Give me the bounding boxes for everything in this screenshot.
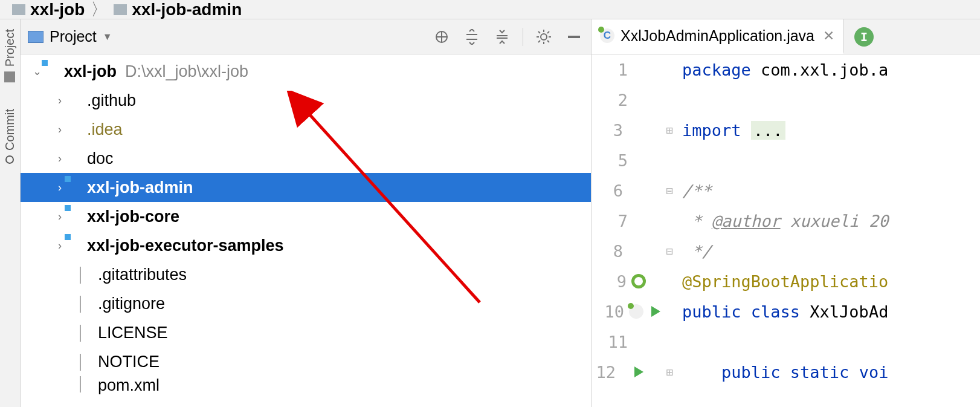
- tree-item[interactable]: .gitignore: [21, 289, 591, 318]
- tree-item-label: xxl-job: [64, 62, 117, 81]
- svg-line-12: [538, 31, 540, 33]
- tree-item-label: doc: [87, 149, 114, 168]
- chevron-right-icon[interactable]: ›: [51, 210, 69, 223]
- line-number: 6: [599, 181, 623, 200]
- tree-item-label: xxl-job-executor-samples: [87, 236, 284, 255]
- tree-item-selected[interactable]: › xxl-job-admin: [21, 173, 591, 202]
- tree-item[interactable]: › .idea: [21, 115, 591, 144]
- code-editor[interactable]: 1 2 3 5 6 7 8 9 10 11 12 package com.xxl…: [592, 54, 980, 407]
- tree-item-label: .gitignore: [98, 295, 165, 313]
- editor-tab-title: XxlJobAdminApplication.java: [621, 27, 814, 45]
- chevron-right-icon[interactable]: ›: [51, 123, 69, 136]
- commit-tool-tab[interactable]: Commit: [3, 102, 17, 171]
- file-icon: [80, 354, 81, 371]
- chevron-right-icon[interactable]: ›: [51, 152, 69, 165]
- line-number: 7: [604, 212, 628, 230]
- chevron-right-icon[interactable]: ›: [51, 239, 69, 252]
- line-number: 1: [604, 60, 628, 79]
- tab-label: Commit: [3, 109, 17, 151]
- class-gutter-icon[interactable]: [629, 304, 643, 319]
- hide-panel-icon[interactable]: [564, 27, 584, 47]
- code-content[interactable]: package com.xxl.job.a import ... /** * @…: [682, 54, 980, 407]
- tree-item[interactable]: .gitattributes: [21, 260, 591, 289]
- file-icon: [80, 267, 81, 284]
- svg-line-15: [538, 41, 540, 42]
- line-number: 8: [599, 242, 623, 261]
- line-number: 9: [602, 272, 627, 291]
- run-gutter-icon[interactable]: [631, 365, 645, 379]
- breadcrumb-item[interactable]: xxl-job: [30, 0, 85, 19]
- gitignore-file-icon: [80, 296, 81, 313]
- code-annotation: @SpringBootApplicatio: [682, 272, 888, 291]
- breadcrumb-separator: 〉: [91, 0, 108, 19]
- chevron-down-icon[interactable]: ⌄: [28, 65, 46, 78]
- java-spring-file-icon: C: [600, 28, 614, 43]
- tree-item[interactable]: LICENSE: [21, 318, 591, 347]
- chevron-right-icon[interactable]: ›: [51, 181, 69, 194]
- tree-item[interactable]: pom.xml: [21, 376, 591, 394]
- breadcrumb-bar: xxl-job 〉 xxl-job-admin: [0, 0, 980, 19]
- folder-icon: [5, 71, 16, 82]
- fold-expand-icon[interactable]: [665, 365, 675, 379]
- chevron-right-icon[interactable]: ›: [51, 94, 69, 107]
- fold-collapse-icon[interactable]: [664, 184, 675, 197]
- tree-item[interactable]: › .github: [21, 86, 591, 115]
- tree-item-label: xxl-job-core: [87, 207, 179, 226]
- close-tab-icon[interactable]: ✕: [823, 28, 834, 44]
- settings-gear-icon[interactable]: [534, 27, 553, 47]
- maven-file-icon: [80, 376, 81, 392]
- commit-icon: [6, 155, 15, 164]
- editor-area: C XxlJobAdminApplication.java ✕ I 1 2 3 …: [592, 19, 980, 407]
- run-gutter-icon[interactable]: [648, 304, 663, 319]
- project-tool-tab[interactable]: Project: [3, 22, 17, 90]
- tree-item[interactable]: › doc: [21, 144, 591, 173]
- tree-item-label: NOTICE: [98, 353, 160, 371]
- tool-window-strip: Project Commit: [0, 19, 21, 407]
- line-number: 12: [592, 363, 616, 382]
- svg-line-13: [547, 41, 549, 42]
- run-status-badge[interactable]: I: [854, 27, 874, 47]
- project-panel: Project ▼: [21, 19, 592, 407]
- tree-item[interactable]: NOTICE: [21, 347, 591, 376]
- breadcrumb-item[interactable]: xxl-job-admin: [132, 0, 242, 19]
- tree-item-label: pom.xml: [98, 376, 160, 394]
- tree-item[interactable]: › xxl-job-core: [21, 202, 591, 231]
- expand-all-icon[interactable]: [462, 27, 482, 47]
- tree-item[interactable]: › xxl-job-executor-samples: [21, 231, 591, 260]
- code-keyword: import: [682, 121, 751, 140]
- file-icon: [80, 325, 81, 342]
- tree-item-label: LICENSE: [98, 324, 168, 342]
- collapse-all-icon[interactable]: [492, 27, 512, 47]
- editor-gutter: 1 2 3 5 6 7 8 9 10 11 12: [592, 54, 682, 407]
- module-icon: [12, 4, 25, 15]
- editor-tab-bar: C XxlJobAdminApplication.java ✕ I: [592, 19, 980, 54]
- tree-item-label: .gitattributes: [98, 265, 187, 284]
- tree-item-root[interactable]: ⌄ xxl-job D:\xxl_job\xxl-job: [21, 57, 591, 86]
- svg-line-14: [547, 31, 549, 33]
- project-tree[interactable]: ⌄ xxl-job D:\xxl_job\xxl-job › .github ›…: [21, 54, 591, 407]
- line-number: 10: [600, 302, 624, 321]
- tree-item-label: .idea: [87, 120, 123, 139]
- module-icon: [114, 4, 127, 15]
- fold-collapse-icon[interactable]: [664, 244, 675, 258]
- line-number: 11: [604, 333, 628, 351]
- editor-tab[interactable]: C XxlJobAdminApplication.java ✕: [592, 19, 843, 54]
- folded-region[interactable]: ...: [751, 121, 785, 140]
- select-opened-file-icon[interactable]: [432, 27, 451, 47]
- svg-point-7: [541, 34, 547, 40]
- project-panel-header: Project ▼: [21, 19, 591, 54]
- tree-item-path: D:\xxl_job\xxl-job: [125, 62, 248, 81]
- tree-item-label: xxl-job-admin: [87, 178, 193, 197]
- line-number: 2: [604, 91, 628, 109]
- spring-gutter-icon[interactable]: [631, 274, 646, 288]
- fold-expand-icon[interactable]: [664, 123, 675, 137]
- line-number: 3: [599, 121, 623, 140]
- tab-label: Project: [3, 29, 17, 67]
- code-comment: /**: [682, 181, 712, 200]
- code-comment: */: [682, 242, 712, 261]
- tree-item-label: .github: [87, 91, 136, 110]
- project-view-icon: [28, 31, 44, 43]
- chevron-down-icon[interactable]: ▼: [103, 31, 112, 42]
- project-view-title[interactable]: Project: [50, 28, 97, 45]
- line-number: 5: [604, 151, 628, 170]
